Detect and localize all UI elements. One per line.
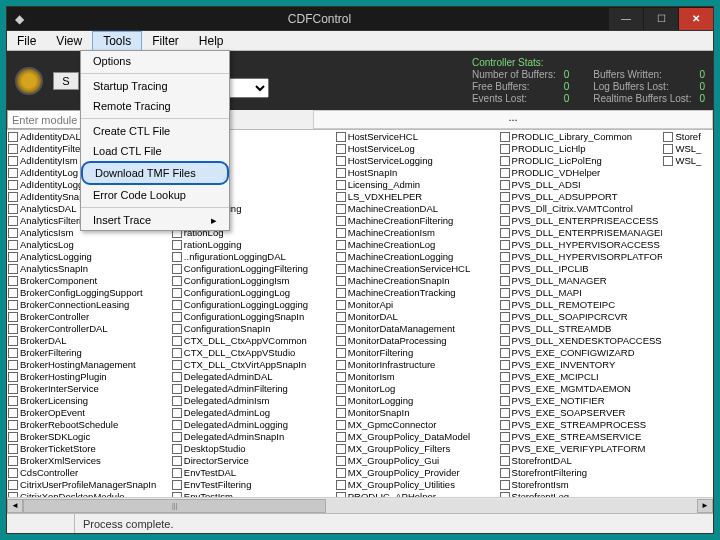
module-checkbox-item[interactable]: ConfigurationLoggingLog xyxy=(172,287,334,299)
module-checkbox[interactable] xyxy=(500,432,510,442)
tools-menu-item[interactable]: Options xyxy=(81,51,229,71)
module-checkbox[interactable] xyxy=(172,264,182,274)
module-checkbox-item[interactable]: BrokerFiltering xyxy=(8,347,170,359)
menu-tools[interactable]: Tools xyxy=(92,31,142,51)
module-checkbox[interactable] xyxy=(172,288,182,298)
module-checkbox[interactable] xyxy=(663,132,673,142)
module-checkbox-item[interactable]: PVS_DLL_HYPERVISORACCESS xyxy=(500,239,662,251)
module-checkbox-item[interactable]: MX_GroupPolicy_Filters xyxy=(336,443,498,455)
column-header-overflow[interactable]: ... xyxy=(313,110,713,129)
module-checkbox[interactable] xyxy=(500,192,510,202)
module-checkbox-item[interactable]: MonitorLogging xyxy=(336,395,498,407)
module-checkbox[interactable] xyxy=(8,384,18,394)
module-checkbox-item[interactable]: PVS_DLL_ENTERPRISEMANAGER xyxy=(500,227,662,239)
module-checkbox[interactable] xyxy=(172,336,182,346)
module-checkbox-item[interactable]: PRODLIC_VDHelper xyxy=(500,167,662,179)
module-checkbox-item[interactable]: PVS_EXE_STREAMPROCESS xyxy=(500,419,662,431)
scroll-track[interactable]: ||| xyxy=(23,499,697,513)
module-checkbox-item[interactable]: MachineCreationServiceHCL xyxy=(336,263,498,275)
module-checkbox[interactable] xyxy=(336,204,346,214)
tools-menu-item[interactable]: Download TMF Files xyxy=(81,161,229,185)
module-checkbox[interactable] xyxy=(663,156,673,166)
module-checkbox-item[interactable]: PRODLIC_Library_Common xyxy=(500,131,662,143)
module-checkbox-item[interactable]: MonitorDAL xyxy=(336,311,498,323)
module-checkbox-item[interactable]: MonitorDataManagement xyxy=(336,323,498,335)
module-checkbox-item[interactable]: PVS_EXE_SOAPSERVER xyxy=(500,407,662,419)
module-checkbox-item[interactable]: ConfigurationLoggingLogging xyxy=(172,299,334,311)
module-checkbox-item[interactable]: MachineCreationTracking xyxy=(336,287,498,299)
module-checkbox-item[interactable]: ConfigurationLoggingIsm xyxy=(172,275,334,287)
module-checkbox-item[interactable]: MachineCreationSnapIn xyxy=(336,275,498,287)
module-checkbox-item[interactable]: PVS_DLL_ADSI xyxy=(500,179,662,191)
module-checkbox-item[interactable]: BrokerConfigLoggingSupport xyxy=(8,287,170,299)
module-checkbox-item[interactable]: BrokerController xyxy=(8,311,170,323)
maximize-button[interactable]: ☐ xyxy=(644,8,678,30)
module-checkbox[interactable] xyxy=(336,156,346,166)
module-checkbox[interactable] xyxy=(336,192,346,202)
module-checkbox[interactable] xyxy=(500,204,510,214)
module-checkbox-item[interactable]: Storef xyxy=(663,131,712,143)
module-checkbox[interactable] xyxy=(336,480,346,490)
module-checkbox-item[interactable]: DelegatedAdminLog xyxy=(172,407,334,419)
module-checkbox-item[interactable]: CitrixUserProfileManagerSnapIn xyxy=(8,479,170,491)
module-checkbox-item[interactable]: HostServiceLog xyxy=(336,143,498,155)
module-checkbox[interactable] xyxy=(172,408,182,418)
module-checkbox[interactable] xyxy=(336,324,346,334)
module-checkbox-item[interactable]: BrokerOpEvent xyxy=(8,407,170,419)
module-checkbox-item[interactable]: Licensing_Admin xyxy=(336,179,498,191)
module-checkbox-item[interactable]: BrokerControllerDAL xyxy=(8,323,170,335)
module-checkbox[interactable] xyxy=(8,216,18,226)
module-checkbox[interactable] xyxy=(500,312,510,322)
module-checkbox[interactable] xyxy=(336,252,346,262)
module-checkbox[interactable] xyxy=(500,336,510,346)
module-checkbox-item[interactable]: DelegatedAdminSnapIn xyxy=(172,431,334,443)
module-checkbox[interactable] xyxy=(172,360,182,370)
module-checkbox[interactable] xyxy=(336,228,346,238)
module-checkbox[interactable] xyxy=(172,444,182,454)
scroll-thumb[interactable]: ||| xyxy=(23,499,326,513)
module-checkbox[interactable] xyxy=(500,360,510,370)
module-checkbox[interactable] xyxy=(172,456,182,466)
module-checkbox[interactable] xyxy=(500,372,510,382)
module-checkbox-item[interactable]: MachineCreationLog xyxy=(336,239,498,251)
module-checkbox-item[interactable]: PVS_EXE_VERIFYPLATFORM xyxy=(500,443,662,455)
module-checkbox[interactable] xyxy=(500,468,510,478)
module-checkbox[interactable] xyxy=(336,216,346,226)
module-checkbox[interactable] xyxy=(8,372,18,382)
module-checkbox-item[interactable]: PVS_EXE_CONFIGWIZARD xyxy=(500,347,662,359)
module-checkbox[interactable] xyxy=(500,216,510,226)
module-checkbox-item[interactable]: PRODLIC_APHelper xyxy=(336,491,498,497)
module-checkbox-item[interactable]: EnvTestIsm xyxy=(172,491,334,497)
module-checkbox-item[interactable]: CitrixXenDesktopModule xyxy=(8,491,170,497)
module-checkbox-item[interactable]: MX_GpmcConnector xyxy=(336,419,498,431)
module-checkbox[interactable] xyxy=(500,132,510,142)
module-checkbox-item[interactable]: DelegatedAdminDAL xyxy=(172,371,334,383)
module-checkbox[interactable] xyxy=(172,420,182,430)
menu-filter[interactable]: Filter xyxy=(142,32,189,50)
module-checkbox[interactable] xyxy=(336,348,346,358)
module-checkbox[interactable] xyxy=(336,456,346,466)
module-checkbox-item[interactable]: BrokerHostingManagement xyxy=(8,359,170,371)
module-checkbox-item[interactable]: PVS_EXE_NOTIFIER xyxy=(500,395,662,407)
module-checkbox[interactable] xyxy=(8,276,18,286)
module-checkbox[interactable] xyxy=(336,300,346,310)
module-checkbox-item[interactable]: StorefrontFiltering xyxy=(500,467,662,479)
scroll-left-arrow[interactable]: ◄ xyxy=(7,499,23,513)
module-checkbox[interactable] xyxy=(172,300,182,310)
module-checkbox[interactable] xyxy=(336,372,346,382)
module-checkbox[interactable] xyxy=(8,456,18,466)
module-checkbox[interactable] xyxy=(8,360,18,370)
module-checkbox[interactable] xyxy=(500,180,510,190)
tools-menu-item[interactable]: Create CTL File xyxy=(81,121,229,141)
menu-view[interactable]: View xyxy=(46,32,92,50)
module-checkbox[interactable] xyxy=(8,420,18,430)
module-checkbox[interactable] xyxy=(8,492,18,497)
module-checkbox-item[interactable]: BrokerHostingPlugin xyxy=(8,371,170,383)
module-checkbox[interactable] xyxy=(8,240,18,250)
module-checkbox-item[interactable]: MX_GroupPolicy_Provider xyxy=(336,467,498,479)
module-checkbox-item[interactable]: MX_GroupPolicy_Gui xyxy=(336,455,498,467)
module-checkbox-item[interactable]: PVS_DLL_MAPI xyxy=(500,287,662,299)
module-checkbox[interactable] xyxy=(336,492,346,497)
module-checkbox-item[interactable]: HostServiceHCL xyxy=(336,131,498,143)
module-checkbox[interactable] xyxy=(500,456,510,466)
